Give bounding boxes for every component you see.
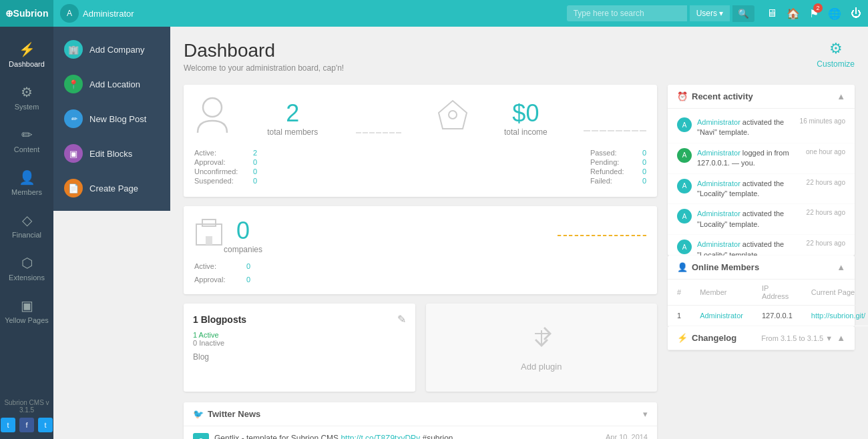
add-location-icon: 📍 [64, 75, 83, 93]
online-members-table: # Member IP Address Current Page 1 Admin… [668, 280, 868, 326]
left-column: 2 total members [184, 85, 657, 439]
tweet-1: G Gentlix - template for Subrion CMS htt… [184, 426, 657, 439]
financial-icon: ◇ [22, 212, 32, 228]
bar-dashed-7 [396, 132, 401, 133]
edit-blocks-label: Edit Blocks [89, 149, 132, 159]
income-chart-area [584, 105, 646, 131]
page-link[interactable]: http://subrion.git/ [811, 312, 865, 320]
activity-text-1: Administrator activated the "Navi" templ… [697, 117, 795, 138]
sidebar-item-content[interactable]: ✏ Content [0, 119, 53, 161]
changelog-version[interactable]: From 3.1.5 to 3.1.5 ▼ [761, 334, 833, 342]
changelog-collapse-btn[interactable]: ▲ [837, 333, 845, 343]
bar-dashed-4 [376, 132, 381, 133]
quick-create-page[interactable]: 📄 Create Page [53, 171, 170, 205]
other-social-icon[interactable]: t [38, 418, 53, 432]
customize-icon: ⚙ [829, 40, 843, 57]
add-plugin-widget[interactable]: Add plugin [426, 304, 658, 392]
twitter-collapse-icon[interactable]: ▾ [643, 409, 648, 419]
twitter-social-icon[interactable]: t [1, 418, 15, 432]
sidebar-item-members[interactable]: 👤 Members [0, 161, 53, 204]
sidebar-item-financial[interactable]: ◇ Financial [0, 204, 53, 247]
comp-dash-3 [580, 235, 590, 236]
app-logo[interactable]: ⊕ Subrion [0, 0, 53, 27]
blog-edit-icon[interactable]: ✎ [397, 313, 406, 326]
online-members-panel: 👤 Online Members ▲ # Member IP Address C… [668, 256, 855, 326]
unconfirmed-val: 0 [253, 167, 257, 175]
recent-activity-collapse-btn[interactable]: ▲ [837, 91, 845, 101]
activity-user-link-4[interactable]: Administrator [697, 209, 740, 217]
online-members-collapse-btn[interactable]: ▲ [837, 262, 845, 272]
sidebar-item-label: Extensions [9, 274, 45, 282]
quick-add-company[interactable]: 🏢 Add Company [53, 32, 170, 67]
facebook-social-icon[interactable]: f [19, 418, 34, 432]
version-label: Subrion CMS v 3.1.5 [0, 399, 53, 414]
monitor-icon: 🖥 [767, 7, 777, 19]
comp-dash-2 [569, 235, 578, 236]
suspended-label: Suspended: [194, 177, 248, 185]
blog-header: 1 Blogposts ✎ [193, 313, 406, 326]
online-members-title: 👤 Online Members [677, 262, 759, 272]
chevron-down-icon: ▾ [719, 9, 723, 18]
sidebar-item-dashboard[interactable]: ⚡ Dashboard [0, 33, 53, 76]
activity-avatar-3: A [677, 179, 692, 193]
activity-item-3: A Administrator activated the "Locality"… [668, 174, 855, 205]
activity-user-link-1[interactable]: Administrator [697, 118, 740, 126]
monitor-icon-btn[interactable]: 🖥 [767, 7, 777, 19]
quick-actions-panel: 🏢 Add Company 📍 Add Location ✏ New Blog … [53, 27, 170, 211]
comp-active-val: 0 [246, 262, 250, 270]
search-button[interactable]: 🔍 [732, 5, 754, 22]
recent-activity-panel: ⏰ Recent activity ▲ A Administrator acti… [668, 85, 855, 256]
users-dropdown-btn[interactable]: Users ▾ [690, 5, 730, 21]
members-left-details: Active: 2 Approval: 0 Unconfirmed: 0 [194, 149, 257, 186]
member-link[interactable]: Administrator [700, 312, 743, 320]
flag-icon-btn[interactable]: ⚑ 2 [809, 7, 819, 20]
companies-icon-large [194, 217, 224, 254]
quick-add-location[interactable]: 📍 Add Location [53, 67, 170, 101]
sidebar-item-yellow-pages[interactable]: ▣ Yellow Pages [0, 290, 53, 332]
search-input[interactable] [567, 5, 687, 21]
fire-icon-btn[interactable]: 🏠 [787, 7, 800, 20]
activity-item-4: A Administrator activated the "Locality"… [668, 204, 855, 235]
extensions-icon: ⬡ [21, 255, 33, 271]
svg-rect-4 [202, 220, 216, 226]
customize-button[interactable]: ⚙ Customize [817, 40, 855, 69]
content-icon: ✏ [21, 127, 33, 143]
tweet-1-link[interactable]: http://t.co/T8Z9txvDPv [341, 434, 420, 439]
sidebar-item-system[interactable]: ⚙ System [0, 76, 53, 119]
recent-activity-body: A Administrator activated the "Navi" tem… [668, 109, 855, 256]
page-subtitle: Welcome to your administration board, ca… [184, 63, 344, 73]
comp-approval-label: Approval: [194, 276, 241, 284]
power-icon-btn[interactable]: ⏻ [851, 7, 861, 19]
globe-icon-btn[interactable]: 🌐 [828, 7, 841, 20]
activity-user-link-2[interactable]: Administrator [697, 149, 740, 157]
i-bar-d-6 [624, 130, 630, 131]
quick-edit-blocks[interactable]: ▣ Edit Blocks [53, 136, 170, 171]
companies-chart-area [262, 235, 646, 236]
clock-icon: ⏰ [677, 91, 688, 101]
blog-active-count: 1 Active [193, 331, 406, 339]
content-grid: 2 total members [184, 85, 855, 439]
activity-text-2: Administrator logged in from 127.0.0.1. … [697, 148, 801, 169]
activity-item-1: A Administrator activated the "Navi" tem… [668, 113, 855, 143]
sidebar-item-extensions[interactable]: ⬡ Extensions [0, 247, 53, 290]
row-page: http://subrion.git/ [802, 306, 868, 326]
twitter-title: 🐦 Twitter News [193, 409, 260, 419]
members-stats: 2 total members [194, 95, 646, 141]
members-icon-large [194, 95, 231, 141]
income-total-value: $0 [504, 99, 548, 127]
pending-row: Pending: 0 [590, 158, 646, 166]
col-member: Member [690, 280, 752, 306]
comp-dash-5 [603, 235, 612, 236]
row-ip: 127.0.0.1 [752, 306, 802, 326]
tweet-1-text: Gentlix - template for Subrion CMS http:… [214, 433, 599, 439]
quick-new-blog-post[interactable]: ✏ New Blog Post [53, 101, 170, 136]
col-ip: IP Address [752, 280, 802, 306]
activity-user-link-3[interactable]: Administrator [697, 179, 740, 187]
activity-user-link-5[interactable]: Administrator [697, 240, 740, 248]
activity-item-5: A Administrator activated the "Locality"… [668, 235, 855, 256]
active-val: 2 [253, 149, 257, 157]
bar-dashed-2 [363, 132, 368, 133]
changelog-header: ⚡ Changelog From 3.1.5 to 3.1.5 ▼ ▲ [668, 326, 855, 350]
comp-dash-6 [614, 235, 624, 236]
i-bar-d-3 [600, 130, 606, 131]
